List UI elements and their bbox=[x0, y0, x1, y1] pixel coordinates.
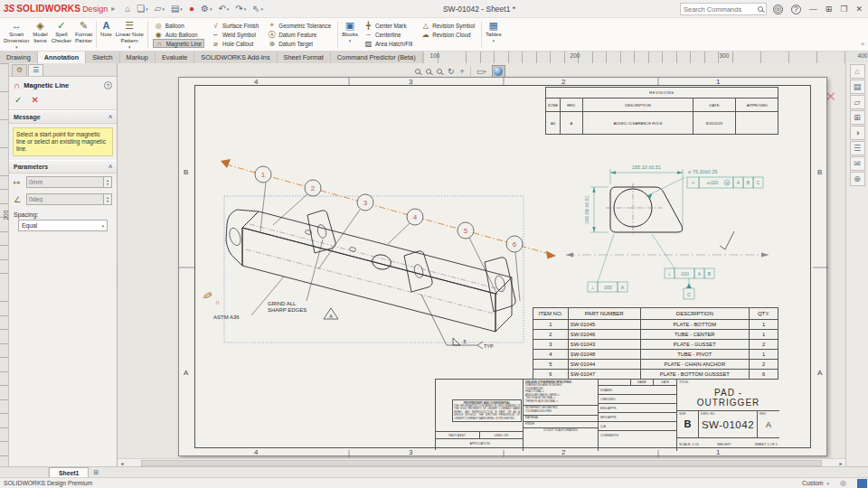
user-account-icon[interactable]: ◎ bbox=[773, 5, 783, 14]
sheet-properties-button[interactable]: ▭▾ bbox=[476, 67, 486, 76]
table-row[interactable]: 3SW-01043PLATE - GUSSET2 bbox=[533, 340, 778, 350]
message-section-header[interactable]: Message ˄ bbox=[9, 110, 117, 124]
revision-symbol-button[interactable]: △Revision Symbol bbox=[420, 21, 476, 30]
smart-dimension-button[interactable]: ↔Smart Dimension▾ bbox=[2, 19, 31, 50]
table-row[interactable]: 4SW-01048TUBE - PIVOT1 bbox=[533, 350, 778, 360]
view-palette-button[interactable]: ⊞ bbox=[850, 110, 865, 125]
appearances-button[interactable]: ◑ bbox=[850, 126, 865, 140]
help-icon[interactable]: ? bbox=[791, 5, 801, 14]
height-dimension[interactable]: 100.08 ±0.51 bbox=[584, 187, 609, 232]
home-button[interactable]: ⌂ bbox=[122, 2, 133, 16]
hole-callout-button[interactable]: ⌀Hole Callout bbox=[210, 39, 260, 48]
rotate-view-button[interactable]: ↻ bbox=[448, 67, 455, 76]
zoom-to-fit-button[interactable] bbox=[415, 69, 420, 74]
tab-markup[interactable]: Markup bbox=[120, 52, 156, 63]
tab-sheet-format[interactable]: Sheet Format bbox=[278, 52, 331, 63]
zoom-to-area-button[interactable] bbox=[426, 69, 431, 74]
spell-checker-button[interactable]: ✓Spell Checker bbox=[50, 19, 73, 50]
balloons[interactable]: 1 2 3 4 5 6 bbox=[255, 166, 523, 252]
unit-system-selector[interactable]: Custom bbox=[798, 480, 826, 486]
detail-view[interactable]: 165.10 ±0.51 100.08 ±0.51 ⌀ 76.20±0.25 bbox=[566, 164, 769, 300]
solidworks-resources-button[interactable]: ⌂ bbox=[850, 64, 865, 79]
view-selection-box[interactable] bbox=[224, 196, 524, 343]
revision-table[interactable]: REVISIONS ZONE REV. DESCRIPTION DATE APP… bbox=[545, 87, 778, 135]
redo-button[interactable]: ↷▾ bbox=[232, 2, 249, 16]
angle-spinner[interactable]: ▴▾ bbox=[104, 193, 112, 205]
centerline-button[interactable]: ┄Centerline bbox=[363, 30, 414, 39]
scroll-right-arrow-icon[interactable]: ▸ bbox=[836, 460, 845, 466]
graphics-area[interactable]: ↻ + ▭▾ ✓ ✕ 4 3 2 1 4 3 2 1 B A B A bbox=[118, 63, 845, 466]
custom-properties-button[interactable]: ☰ bbox=[850, 141, 865, 155]
add-sheet-button[interactable]: ⊞ bbox=[89, 467, 103, 477]
balloon-button[interactable]: ◎Balloon bbox=[153, 21, 204, 30]
options-button[interactable]: ⚙▾ bbox=[198, 2, 214, 16]
tab-command-predictor[interactable]: Command Predictor (Beta) bbox=[331, 52, 423, 63]
drawing-sheet[interactable]: 4 3 2 1 4 3 2 1 B A B A bbox=[178, 77, 827, 456]
tables-button[interactable]: ▦Tables▾ bbox=[484, 19, 503, 50]
note-button[interactable]: ANote bbox=[99, 19, 114, 50]
perpendicularity-fcf-2[interactable]: ⊥ .010 A B C bbox=[652, 234, 714, 299]
ok-button[interactable]: ✓ bbox=[14, 95, 22, 105]
cancel-button[interactable]: ✕ bbox=[31, 95, 38, 105]
revision-cloud-button[interactable]: ☁Revision Cloud bbox=[420, 30, 476, 39]
save-button[interactable]: ▤▾ bbox=[168, 2, 185, 16]
scrollbar-track[interactable] bbox=[127, 460, 836, 466]
datum-target-button[interactable]: ⊕Datum Target bbox=[266, 39, 333, 48]
pan-button[interactable]: + bbox=[460, 67, 465, 76]
property-manager-tab[interactable]: ☰ bbox=[28, 64, 43, 76]
table-row[interactable]: 6SW-01047PLATE - BOTTOM GUSSSET6 bbox=[533, 370, 778, 380]
design-library-button[interactable]: ▤ bbox=[850, 80, 865, 94]
ribbon-collapse-chevron[interactable]: ^ bbox=[861, 41, 864, 49]
surface-finish-symbol[interactable] bbox=[720, 231, 734, 249]
solidworks-forum-button[interactable]: ✉ bbox=[850, 156, 865, 171]
parameters-section-header[interactable]: Parameters ˄ bbox=[9, 160, 117, 174]
select-button[interactable]: ⇖▾ bbox=[250, 2, 266, 16]
tags-icon[interactable]: ◎ bbox=[836, 479, 850, 487]
auto-balloon-button[interactable]: ◉Auto Balloon bbox=[153, 30, 204, 39]
search-input[interactable] bbox=[684, 5, 758, 14]
table-row[interactable]: 1SW-01045PLATE - BOTTOM1 bbox=[533, 320, 778, 330]
help-icon[interactable]: ? bbox=[104, 81, 112, 89]
drawing-notes[interactable]: ASTM A36 GRIND ALL SHARP EDGES A .5 TYP bbox=[213, 239, 494, 349]
length-spinner[interactable]: ▴▾ bbox=[104, 176, 112, 188]
undo-button[interactable]: ↶▾ bbox=[215, 2, 231, 16]
weld-symbol-button[interactable]: ⌐Weld Symbol bbox=[210, 30, 260, 39]
title-block[interactable]: PROPRIETARY AND CONFIDENTIAL THE INFORMA… bbox=[435, 379, 778, 450]
surface-finish-button[interactable]: √Surface Finish bbox=[210, 21, 260, 30]
magnetic-line-button[interactable]: ∩Magnetic Line bbox=[153, 39, 204, 48]
zoom-in-out-button[interactable] bbox=[437, 69, 442, 74]
blocks-button[interactable]: ▣Blocks▾ bbox=[340, 19, 360, 50]
tab-solidworks-add-ins[interactable]: SOLIDWORKS Add-Ins bbox=[194, 52, 277, 63]
horizontal-scrollbar[interactable]: ◂ ▸ bbox=[118, 458, 845, 466]
close-button[interactable]: ✕ bbox=[855, 5, 863, 14]
file-explorer-button[interactable]: ▱ bbox=[850, 95, 865, 109]
sheet1-tab[interactable]: Sheet1 bbox=[49, 467, 89, 477]
tab-sketch[interactable]: Sketch bbox=[86, 52, 119, 63]
length-input[interactable] bbox=[26, 176, 104, 188]
table-row[interactable]: 2SW-01046TUBE - CENTER1 bbox=[533, 330, 778, 340]
tab-annotation[interactable]: Annotation bbox=[38, 52, 87, 63]
geometric-tolerance-button[interactable]: ⌖Geometric Tolerance bbox=[266, 21, 333, 30]
perpendicularity-fcf-1[interactable]: ⊥ .005 A bbox=[588, 234, 627, 292]
tab-drawing[interactable]: Drawing bbox=[0, 52, 38, 63]
layout-button[interactable]: ⊞ bbox=[826, 5, 833, 14]
restore-button[interactable]: ❐ bbox=[840, 5, 847, 14]
publish-button[interactable]: ● bbox=[186, 2, 197, 16]
open-button[interactable]: ▱▾ bbox=[152, 2, 167, 16]
area-hatch-fill-button[interactable]: ▨Area Hatch/Fill bbox=[363, 39, 414, 48]
model-items-button[interactable]: ◈Model Items bbox=[31, 19, 49, 50]
scrollbar-thumb[interactable] bbox=[141, 460, 823, 466]
table-row[interactable]: 5SW-01044PLATE - CHAIN ANCHOR2 bbox=[533, 360, 778, 370]
3dexperience-button[interactable]: ⊛ bbox=[850, 172, 865, 186]
spacing-dropdown[interactable]: Equal ▾ bbox=[18, 220, 108, 231]
center-mark-button[interactable]: ╋Center Mark bbox=[363, 21, 414, 30]
menu-expand-arrow-icon[interactable]: ▸ bbox=[111, 5, 115, 13]
format-painter-button[interactable]: ✎Format Painter bbox=[73, 19, 94, 50]
search-commands-box[interactable] bbox=[680, 3, 767, 15]
angle-input[interactable] bbox=[26, 193, 104, 205]
minimize-button[interactable]: — bbox=[809, 5, 817, 14]
linear-note-pattern-button[interactable]: ☰Linear Note Pattern▾ bbox=[114, 19, 146, 50]
new-document-button[interactable]: ❏▾ bbox=[134, 2, 150, 16]
bill-of-materials-table[interactable]: ITEM NO. PART NUMBER DESCRIPTION QTY. 1S… bbox=[533, 307, 778, 380]
tab-evaluate[interactable]: Evaluate bbox=[156, 52, 194, 63]
